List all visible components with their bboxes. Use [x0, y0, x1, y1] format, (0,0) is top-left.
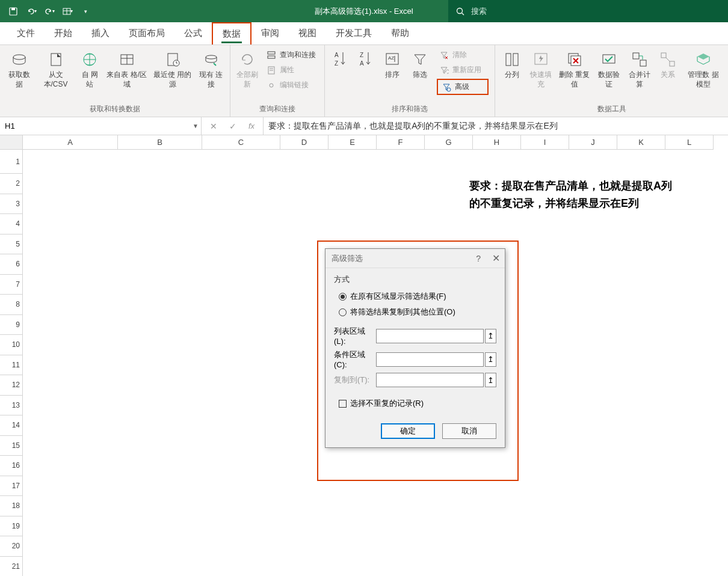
consolidate-button[interactable]: 合并计算 [625, 47, 653, 103]
fx-icon[interactable]: fx [248, 121, 254, 130]
cancel-button[interactable]: 取消 [442, 423, 496, 439]
radio-copy-elsewhere[interactable]: 将筛选结果复制到其他位置(O) [334, 304, 496, 320]
qat-customize-icon[interactable]: ▾ [77, 3, 94, 20]
flash-fill-button[interactable]: 快速填充 [526, 47, 555, 103]
col-header-D[interactable]: D [280, 135, 329, 150]
save-icon[interactable] [5, 3, 22, 20]
row-header-20[interactable]: 20 [0, 536, 23, 557]
from-web-button[interactable]: 自 网站 [76, 47, 103, 103]
row-header-1[interactable]: 1 [0, 150, 23, 174]
tab-home[interactable]: 开始 [45, 22, 82, 44]
list-range-input[interactable] [376, 329, 484, 343]
copy-to-ref-icon[interactable]: ↥ [485, 373, 496, 387]
col-header-H[interactable]: H [473, 135, 521, 150]
row-header-13[interactable]: 13 [0, 396, 23, 416]
row-header-18[interactable]: 18 [0, 496, 23, 516]
row-header-4[interactable]: 4 [0, 214, 23, 234]
reapply-button[interactable]: 重新应用 [437, 64, 489, 76]
tab-insert[interactable]: 插入 [82, 22, 119, 44]
row-header-19[interactable]: 19 [0, 516, 23, 537]
tab-formulas[interactable]: 公式 [174, 22, 212, 44]
col-header-A[interactable]: A [23, 135, 118, 150]
name-box-dropdown-icon[interactable]: ▼ [193, 123, 199, 129]
row-header-7[interactable]: 7 [0, 275, 23, 295]
existing-conn-button[interactable]: 现有 连接 [196, 47, 227, 103]
tab-pagelayout[interactable]: 页面布局 [119, 22, 174, 44]
tab-help[interactable]: 帮助 [381, 22, 419, 44]
sort-za-button[interactable]: ZA [354, 47, 378, 103]
col-header-G[interactable]: G [425, 135, 473, 150]
row-header-17[interactable]: 17 [0, 476, 23, 497]
table-icon[interactable]: ▾ [59, 3, 76, 20]
from-table-button[interactable]: 来自表 格/区域 [104, 47, 149, 103]
col-header-K[interactable]: K [617, 135, 665, 150]
row-header-8[interactable]: 8 [0, 295, 23, 315]
row-header-12[interactable]: 12 [0, 375, 23, 396]
radio-filter-inplace[interactable]: 在原有区域显示筛选结果(F) [334, 289, 496, 304]
name-box[interactable]: ▼ [0, 117, 202, 135]
row-header-2[interactable]: 2 [0, 174, 23, 194]
tab-file[interactable]: 文件 [7, 22, 45, 44]
sort-button[interactable]: AZ排序 [379, 47, 406, 103]
tab-data[interactable]: 数据 [212, 22, 251, 44]
row-header-9[interactable]: 9 [0, 315, 23, 335]
col-header-I[interactable]: I [521, 135, 569, 150]
criteria-range-input[interactable] [376, 352, 484, 367]
remove-dup-button[interactable]: 删除 重复值 [557, 47, 593, 103]
undo-icon[interactable]: ▾ [23, 3, 40, 20]
data-model-button[interactable]: 管理数 据模型 [682, 47, 724, 103]
row-header-10[interactable]: 10 [0, 335, 23, 355]
relationships-button[interactable]: 关系 [655, 47, 681, 103]
col-header-L[interactable]: L [665, 135, 714, 150]
sort-az-button[interactable]: AZ [329, 47, 353, 103]
list-range-ref-icon[interactable]: ↥ [485, 329, 496, 343]
search-box[interactable]: 搜索 [448, 0, 728, 22]
row-header-16[interactable]: 16 [0, 456, 23, 476]
copy-to-input[interactable] [376, 373, 484, 387]
from-csv-button[interactable]: 从文 本/CSV [36, 47, 75, 103]
row-header-5[interactable]: 5 [0, 234, 23, 255]
row-header-6[interactable]: 6 [0, 254, 23, 275]
redo-icon[interactable]: ▾ [41, 3, 58, 20]
col-header-J[interactable]: J [569, 135, 617, 150]
text-to-cols-button[interactable]: 分列 [499, 47, 525, 103]
formula-bar: ▼ ✕ ✓ fx 要求：提取在售产品清单，也就是提取A列的不重复记录，并将结果显… [0, 117, 728, 135]
clear-filter-button[interactable]: 清除 [437, 49, 489, 61]
col-header-E[interactable]: E [329, 135, 377, 150]
enter-icon[interactable]: ✓ [229, 121, 236, 131]
ok-button[interactable]: 确定 [381, 423, 435, 439]
cancel-icon[interactable]: ✕ [210, 121, 217, 131]
tab-developer[interactable]: 开发工具 [326, 22, 381, 44]
col-headers: ABCDEFGHIJKL [23, 135, 728, 150]
get-data-button[interactable]: 获取数 据 [4, 47, 35, 103]
svg-rect-39 [640, 60, 646, 66]
dialog-help-icon[interactable]: ? [476, 254, 481, 263]
criteria-range-ref-icon[interactable]: ↥ [485, 352, 496, 367]
row-header-15[interactable]: 15 [0, 436, 23, 456]
edit-links-button[interactable]: 编辑链接 [264, 79, 318, 91]
col-header-F[interactable]: F [377, 135, 425, 150]
filter-button[interactable]: 筛选 [407, 47, 433, 103]
queries-conn-button[interactable]: 查询和连接 [264, 49, 318, 61]
tab-review[interactable]: 审阅 [251, 22, 289, 44]
recent-sources-button[interactable]: 最近使 用的源 [150, 47, 194, 103]
data-validation-button[interactable]: 数据验 证 [594, 47, 624, 103]
criteria-range-label: 条件区域(C): [334, 349, 376, 369]
name-box-input[interactable] [5, 121, 196, 130]
row-header-14[interactable]: 14 [0, 415, 23, 436]
criteria-range-row: 条件区域(C): ↥ [334, 349, 496, 369]
row-header-11[interactable]: 11 [0, 355, 23, 376]
tab-view[interactable]: 视图 [289, 22, 326, 44]
refresh-all-button[interactable]: 全部刷新 [234, 47, 261, 103]
row-header-3[interactable]: 3 [0, 194, 23, 215]
advanced-filter-button[interactable]: 高级 [437, 79, 489, 95]
formula-input[interactable]: 要求：提取在售产品清单，也就是提取A列的不重复记录，并将结果显示在E列 [264, 117, 728, 135]
copy-to-row: 复制到(T): ↥ [334, 373, 496, 387]
row-header-21[interactable]: 21 [0, 557, 23, 577]
properties-button[interactable]: 属性 [264, 64, 318, 76]
col-header-B[interactable]: B [118, 135, 202, 150]
dialog-close-icon[interactable]: ✕ [492, 253, 500, 264]
col-header-C[interactable]: C [202, 135, 280, 150]
unique-records-checkbox[interactable]: 选择不重复的记录(R) [334, 396, 496, 411]
select-all-corner[interactable] [0, 135, 23, 150]
